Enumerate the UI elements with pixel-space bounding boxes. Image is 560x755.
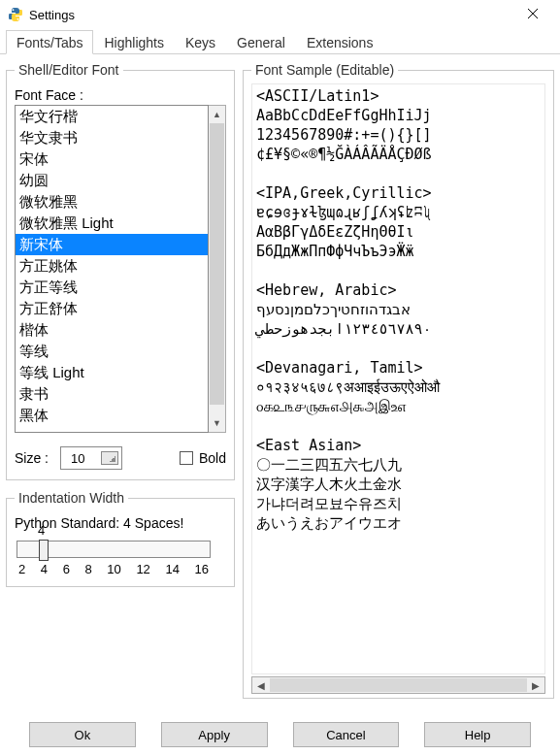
font-face-label: Font Face : <box>15 87 226 103</box>
slider-tick: 12 <box>136 562 149 576</box>
scroll-down-icon[interactable]: ▼ <box>209 414 225 432</box>
slider-tick: 16 <box>195 562 209 576</box>
slider-tick: 14 <box>165 562 179 576</box>
font-item[interactable]: 新宋体 <box>16 234 208 255</box>
font-item[interactable]: 华文隶书 <box>16 127 208 148</box>
dialog-buttons: Ok Apply Cancel Help <box>0 722 560 747</box>
app-icon <box>8 7 23 22</box>
font-item[interactable]: 楷体 <box>16 319 208 341</box>
size-value: 10 <box>71 451 84 466</box>
slider-tick: 4 <box>41 562 48 576</box>
size-label: Size : <box>15 450 49 466</box>
font-item[interactable]: 等线 Light <box>16 362 208 383</box>
bold-label: Bold <box>199 450 226 466</box>
scroll-right-icon[interactable]: ▶ <box>527 677 544 693</box>
titlebar: Settings <box>0 0 560 29</box>
slider-current-value: 4 <box>38 523 45 538</box>
tab-fonts[interactable]: Fonts/Tabs <box>6 30 93 54</box>
svg-point-0 <box>13 9 15 11</box>
slider-tick: 2 <box>18 562 25 576</box>
sample-scrollbar-horizontal[interactable]: ◀ ▶ <box>251 676 545 694</box>
font-list-scrollbar[interactable]: ▲ ▼ <box>209 105 226 433</box>
shell-font-legend: Shell/Editor Font <box>15 62 123 78</box>
font-item[interactable]: 幼圆 <box>16 170 208 191</box>
scroll-left-icon[interactable]: ◀ <box>252 677 270 693</box>
close-button[interactable] <box>513 7 552 22</box>
font-item[interactable]: 宋体 <box>16 148 208 170</box>
cancel-button[interactable]: Cancel <box>293 722 400 747</box>
bold-check-box[interactable] <box>180 451 193 465</box>
font-item[interactable]: 等线 <box>16 341 208 362</box>
bold-checkbox[interactable]: Bold <box>180 450 226 466</box>
indentation-group: Indentation Width Python Standard: 4 Spa… <box>6 490 235 587</box>
font-sample-legend: Font Sample (Editable) <box>251 62 398 78</box>
shell-editor-font-group: Shell/Editor Font Font Face : 华文行楷华文隶书宋体… <box>6 62 235 480</box>
font-item[interactable]: 方正舒体 <box>16 298 208 319</box>
font-sample-group: Font Sample (Editable) <ASCII/Latin1> Aa… <box>243 62 554 699</box>
help-button[interactable]: Help <box>424 722 531 747</box>
size-selector[interactable]: 10 <box>60 446 122 470</box>
tab-extensions[interactable]: Extensions <box>296 30 383 54</box>
indentation-slider[interactable] <box>16 541 211 558</box>
tabs: Fonts/Tabs Highlights Keys General Exten… <box>0 29 560 54</box>
window-title: Settings <box>29 8 513 22</box>
scroll-thumb[interactable] <box>210 123 224 405</box>
font-item[interactable]: 微软雅黑 <box>16 191 208 213</box>
svg-point-1 <box>17 18 19 20</box>
slider-ticks: 246810121416 <box>16 562 211 576</box>
font-sample-text[interactable]: <ASCII/Latin1> AaBbCcDdEeFfGgHhIiJj 1234… <box>251 83 545 674</box>
slider-tick: 8 <box>84 562 91 576</box>
font-item[interactable]: 方正等线 <box>16 277 208 298</box>
slider-thumb[interactable] <box>39 540 49 561</box>
indentation-standard: Python Standard: 4 Spaces! <box>15 515 226 531</box>
font-face-list[interactable]: 华文行楷华文隶书宋体幼圆微软雅黑微软雅黑 Light新宋体方正姚体方正等线方正舒… <box>15 105 209 433</box>
font-item[interactable]: 华文行楷 <box>16 106 208 127</box>
scroll-up-icon[interactable]: ▲ <box>209 106 225 123</box>
font-item[interactable]: 微软雅黑 Light <box>16 213 208 234</box>
ok-button[interactable]: Ok <box>29 722 136 747</box>
slider-tick: 6 <box>63 562 70 576</box>
scroll-h-thumb[interactable] <box>270 678 527 692</box>
tab-general[interactable]: General <box>226 30 296 54</box>
apply-button[interactable]: Apply <box>161 722 268 747</box>
font-item[interactable]: 方正姚体 <box>16 255 208 277</box>
font-item[interactable]: 黑体 <box>16 405 208 426</box>
tab-keys[interactable]: Keys <box>175 30 226 54</box>
font-item[interactable]: 隶书 <box>16 383 208 405</box>
size-dropdown-button[interactable] <box>101 451 118 465</box>
indentation-legend: Indentation Width <box>15 490 128 506</box>
tab-highlights[interactable]: Highlights <box>93 30 174 54</box>
slider-tick: 10 <box>107 562 120 576</box>
